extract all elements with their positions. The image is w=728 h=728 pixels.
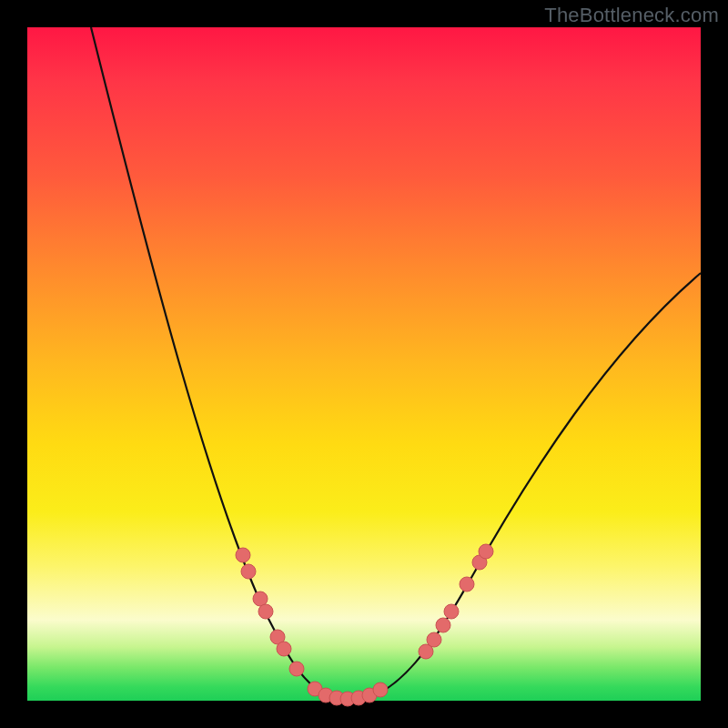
data-bead bbox=[460, 577, 474, 592]
data-bead bbox=[444, 604, 459, 619]
data-bead bbox=[289, 662, 304, 676]
data-bead bbox=[258, 604, 273, 619]
data-bead bbox=[436, 618, 450, 632]
chart-frame: TheBottleneck.com bbox=[0, 0, 728, 728]
curve-svg bbox=[27, 27, 701, 701]
data-bead bbox=[373, 682, 388, 697]
beads-group bbox=[236, 544, 493, 706]
bottleneck-curve bbox=[91, 27, 701, 700]
plot-area bbox=[27, 27, 701, 701]
data-bead bbox=[277, 642, 291, 656]
data-bead bbox=[241, 564, 256, 579]
data-bead bbox=[427, 632, 441, 647]
watermark-text: TheBottleneck.com bbox=[544, 4, 719, 27]
data-bead bbox=[479, 544, 493, 559]
data-bead bbox=[236, 548, 250, 562]
